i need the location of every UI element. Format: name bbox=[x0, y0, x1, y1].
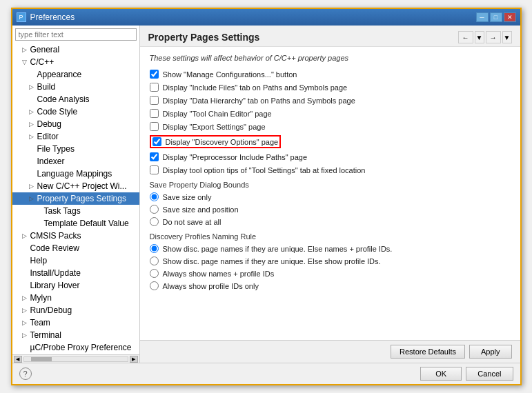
preferences-window: P Preferences ─ □ ✕ ▷General▽C/C++Appear… bbox=[11, 8, 522, 385]
tree-arrow-code-review bbox=[22, 245, 29, 252]
sidebar-item-terminal[interactable]: ▷Terminal bbox=[12, 329, 139, 341]
scroll-left-btn[interactable]: ◀ bbox=[14, 356, 22, 363]
main-header: Property Pages Settings ← ▼ → ▼ bbox=[140, 26, 520, 47]
sidebar-item-appearance[interactable]: Appearance bbox=[12, 68, 139, 81]
property-radios-container: Save size onlySave size and positionDo n… bbox=[150, 192, 511, 227]
tree-arrow-editor: ▷ bbox=[29, 133, 36, 140]
radio-disc-profile[interactable] bbox=[150, 256, 159, 265]
tree-label-debug: Debug bbox=[37, 119, 61, 129]
back-button[interactable]: ← bbox=[458, 31, 473, 43]
sidebar-item-file-types[interactable]: File Types bbox=[12, 143, 139, 155]
title-bar-buttons: ─ □ ✕ bbox=[476, 12, 516, 22]
highlighted-row-discovery-options: Display "Discovery Options" page bbox=[150, 135, 282, 148]
radio-row-save-size-only: Save size only bbox=[150, 192, 511, 202]
radio-label-save-size-only: Save size only bbox=[163, 193, 212, 201]
sidebar-item-cpp[interactable]: ▽C/C++ bbox=[12, 56, 139, 68]
close-button[interactable]: ✕ bbox=[504, 12, 516, 22]
tree-arrow-new-cpp: ▷ bbox=[29, 183, 36, 190]
sidebar-item-build[interactable]: ▷Build bbox=[12, 81, 139, 93]
tree-label-task-tags: Task Tags bbox=[44, 206, 81, 216]
sidebar-item-language-mappings[interactable]: Language Mappings bbox=[12, 168, 139, 180]
window-title: Preferences bbox=[30, 12, 75, 22]
content-area: ▷General▽C/C++Appearance▷BuildCode Analy… bbox=[12, 26, 520, 363]
scroll-right-btn[interactable]: ▶ bbox=[130, 356, 138, 363]
tree-label-cpp: C/C++ bbox=[30, 57, 55, 67]
radio-row-disc-unique: Show disc. page names if they are unique… bbox=[150, 243, 511, 254]
checkbox-label-tool-option-tips: Display tool option tips of "Tool Settin… bbox=[163, 166, 366, 174]
sidebar-item-library-hover[interactable]: Library Hover bbox=[12, 279, 139, 292]
ok-button[interactable]: OK bbox=[420, 367, 462, 381]
sidebar-item-general[interactable]: ▷General bbox=[12, 43, 139, 56]
checkbox-row-export-settings: Display "Export Settings" page bbox=[150, 121, 511, 132]
cancel-button[interactable]: Cancel bbox=[466, 367, 513, 381]
tree-label-uc-probe: µC/Probe Proxy Preference bbox=[30, 343, 132, 352]
radio-row-always-ids: Always show profile IDs only bbox=[150, 281, 511, 291]
tree-label-run-debug: Run/Debug bbox=[30, 305, 72, 315]
restore-defaults-button[interactable]: Restore Defaults bbox=[391, 345, 465, 359]
tree-label-language-mappings: Language Mappings bbox=[37, 169, 112, 179]
sidebar-item-code-style[interactable]: ▷Code Style bbox=[12, 105, 139, 118]
tree-arrow-run-debug: ▷ bbox=[22, 307, 29, 314]
radio-always-ids[interactable] bbox=[150, 281, 159, 290]
help-button[interactable]: ? bbox=[19, 367, 32, 380]
sidebar-item-run-debug[interactable]: ▷Run/Debug bbox=[12, 304, 139, 316]
tree-label-mylyn: Mylyn bbox=[30, 293, 52, 303]
minimize-button[interactable]: ─ bbox=[476, 12, 489, 22]
checkbox-data-hierarchy[interactable] bbox=[150, 96, 159, 105]
radio-row-do-not-save: Do not save at all bbox=[150, 216, 511, 227]
radio-always-names[interactable] bbox=[150, 269, 159, 278]
checkbox-row-discovery-options: Display "Discovery Options" page bbox=[150, 134, 511, 149]
radio-row-disc-profile: Show disc. page names if they are unique… bbox=[150, 256, 511, 266]
tree-arrow-help bbox=[22, 257, 29, 264]
apply-button[interactable]: Apply bbox=[469, 345, 512, 359]
sidebar-item-new-cpp[interactable]: ▷New C/C++ Project Wi... bbox=[12, 180, 139, 192]
main-content: These settings will affect behavior of C… bbox=[140, 47, 520, 340]
sidebar-item-template-default[interactable]: Template Default Value bbox=[12, 217, 139, 230]
tree-arrow-team: ▷ bbox=[22, 319, 29, 326]
radio-save-size-only[interactable] bbox=[150, 192, 159, 201]
sidebar-item-code-review[interactable]: Code Review bbox=[12, 242, 139, 254]
filter-input[interactable] bbox=[15, 28, 137, 41]
radio-row-save-size-position: Save size and position bbox=[150, 204, 511, 214]
sidebar-item-indexer[interactable]: Indexer bbox=[12, 155, 139, 168]
back-dropdown[interactable]: ▼ bbox=[475, 31, 484, 43]
checkbox-tool-chain[interactable] bbox=[150, 109, 159, 118]
checkbox-row-data-hierarchy: Display "Data Hierarchy" tab on Paths an… bbox=[150, 95, 511, 105]
radio-label-disc-unique: Show disc. page names if they are unique… bbox=[163, 245, 393, 253]
sidebar-item-cmsis-packs[interactable]: ▷CMSIS Packs bbox=[12, 230, 139, 242]
radio-save-size-position[interactable] bbox=[150, 205, 159, 214]
forward-dropdown[interactable]: ▼ bbox=[502, 31, 512, 43]
sidebar-item-install-update[interactable]: Install/Update bbox=[12, 267, 139, 279]
tree-label-indexer: Indexer bbox=[37, 157, 65, 166]
discovery-section: Discovery Profiles Naming Rule bbox=[150, 232, 511, 241]
radio-do-not-save[interactable] bbox=[150, 217, 159, 226]
maximize-button[interactable]: □ bbox=[490, 12, 502, 22]
checkboxes-container: Show "Manage Configurations..." buttonDi… bbox=[150, 69, 511, 175]
sidebar-item-debug[interactable]: ▷Debug bbox=[12, 118, 139, 130]
checkbox-include-files[interactable] bbox=[150, 83, 159, 92]
tree-arrow-cmsis-packs: ▷ bbox=[22, 232, 29, 239]
checkbox-show-manage[interactable] bbox=[150, 70, 159, 79]
tree-area: ▷General▽C/C++Appearance▷BuildCode Analy… bbox=[12, 43, 139, 354]
checkbox-row-tool-chain: Display "Tool Chain Editor" page bbox=[150, 108, 511, 119]
radio-label-do-not-save: Do not save at all bbox=[163, 218, 221, 226]
sidebar-item-editor[interactable]: ▷Editor bbox=[12, 130, 139, 143]
checkbox-export-settings[interactable] bbox=[150, 122, 159, 131]
checkbox-tool-option-tips[interactable] bbox=[150, 165, 159, 174]
forward-button[interactable]: → bbox=[486, 31, 501, 43]
tree-label-team: Team bbox=[30, 318, 50, 328]
tree-label-template-default: Template Default Value bbox=[44, 219, 129, 228]
sidebar-item-property-pages[interactable]: ▷Property Pages Settings bbox=[12, 192, 139, 205]
checkbox-discovery-options[interactable] bbox=[152, 137, 161, 146]
sidebar-item-code-analysis[interactable]: Code Analysis bbox=[12, 93, 139, 105]
sidebar-item-help[interactable]: Help bbox=[12, 254, 139, 267]
discovery-radios-container: Show disc. page names if they are unique… bbox=[150, 243, 511, 291]
scroll-thumb bbox=[31, 357, 52, 361]
sidebar-item-task-tags[interactable]: Task Tags bbox=[12, 205, 139, 217]
sidebar-item-uc-probe[interactable]: µC/Probe Proxy Preference bbox=[12, 341, 139, 354]
sidebar-item-mylyn[interactable]: ▷Mylyn bbox=[12, 292, 139, 304]
checkbox-preprocessor-include[interactable] bbox=[150, 152, 159, 161]
checkbox-label-include-files: Display "Include Files" tab on Paths and… bbox=[163, 83, 348, 92]
radio-disc-unique[interactable] bbox=[150, 244, 159, 253]
sidebar-item-team[interactable]: ▷Team bbox=[12, 316, 139, 329]
